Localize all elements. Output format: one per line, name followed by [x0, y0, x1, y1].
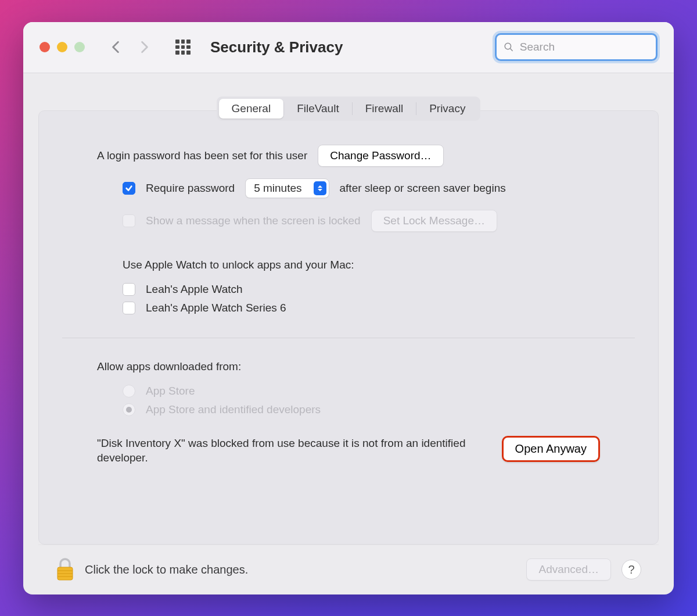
- help-button[interactable]: ?: [621, 560, 641, 579]
- search-icon: [504, 41, 514, 53]
- apple-watch-heading: Use Apple Watch to unlock apps and your …: [123, 259, 354, 271]
- tabs: General FileVault Firewall Privacy: [217, 96, 481, 121]
- show-lock-message-checkbox: [123, 214, 135, 227]
- apple-watch-2-checkbox[interactable]: [123, 302, 135, 314]
- blocked-app-message: "Disk Inventory X" was blocked from use …: [97, 436, 479, 465]
- nav-arrows: [110, 42, 150, 52]
- advanced-button: Advanced…: [526, 558, 611, 581]
- allow-appstore-radio: [123, 385, 135, 397]
- require-password-checkbox[interactable]: [123, 182, 135, 195]
- apple-watch-2-label: Leah's Apple Watch Series 6: [146, 302, 286, 314]
- forward-button[interactable]: [139, 42, 150, 52]
- lock-icon[interactable]: [56, 558, 74, 581]
- apple-watch-1-label: Leah's Apple Watch: [146, 283, 243, 296]
- change-password-button[interactable]: Change Password…: [318, 145, 443, 167]
- check-icon: [125, 184, 133, 192]
- open-anyway-button[interactable]: Open Anyway: [502, 436, 600, 462]
- svg-point-0: [505, 43, 511, 49]
- search-input[interactable]: [520, 41, 649, 53]
- svg-line-1: [510, 49, 512, 51]
- require-password-label: Require password: [146, 182, 235, 195]
- apple-watch-1-checkbox[interactable]: [123, 283, 135, 296]
- footer: Click the lock to make changes. Advanced…: [38, 545, 659, 594]
- lock-hint-text: Click the lock to make changes.: [85, 563, 248, 576]
- tab-privacy[interactable]: Privacy: [416, 99, 478, 119]
- traffic-lights: [39, 42, 85, 52]
- system-preferences-window: Security & Privacy General FileVault Fir…: [23, 22, 674, 594]
- show-lock-message-label: Show a message when the screen is locked: [146, 214, 361, 227]
- set-lock-message-button: Set Lock Message…: [371, 210, 497, 232]
- allow-identified-label: App Store and identified developers: [146, 403, 321, 416]
- select-caret-icon: [314, 181, 326, 195]
- divider: [62, 338, 635, 338]
- general-panel: A login password has been set for this u…: [38, 110, 659, 545]
- zoom-window-button[interactable]: [74, 42, 85, 52]
- show-all-icon[interactable]: [175, 40, 191, 55]
- tab-filevault[interactable]: FileVault: [284, 99, 352, 119]
- require-password-after-label: after sleep or screen saver begins: [340, 182, 506, 195]
- close-window-button[interactable]: [39, 42, 50, 52]
- tab-firewall[interactable]: Firewall: [353, 99, 416, 119]
- require-password-delay-select[interactable]: 5 minutes: [245, 178, 329, 198]
- login-password-label: A login password has been set for this u…: [97, 149, 307, 162]
- minimize-window-button[interactable]: [57, 42, 67, 52]
- allow-apps-heading: Allow apps downloaded from:: [97, 360, 241, 373]
- search-field[interactable]: [495, 33, 658, 61]
- allow-appstore-label: App Store: [146, 385, 195, 397]
- window-title: Security & Privacy: [210, 38, 343, 56]
- titlebar: Security & Privacy: [23, 22, 674, 73]
- tab-general[interactable]: General: [219, 99, 284, 119]
- require-password-delay-value: 5 minutes: [254, 182, 301, 195]
- allow-identified-radio: [123, 403, 135, 416]
- back-button[interactable]: [110, 42, 121, 52]
